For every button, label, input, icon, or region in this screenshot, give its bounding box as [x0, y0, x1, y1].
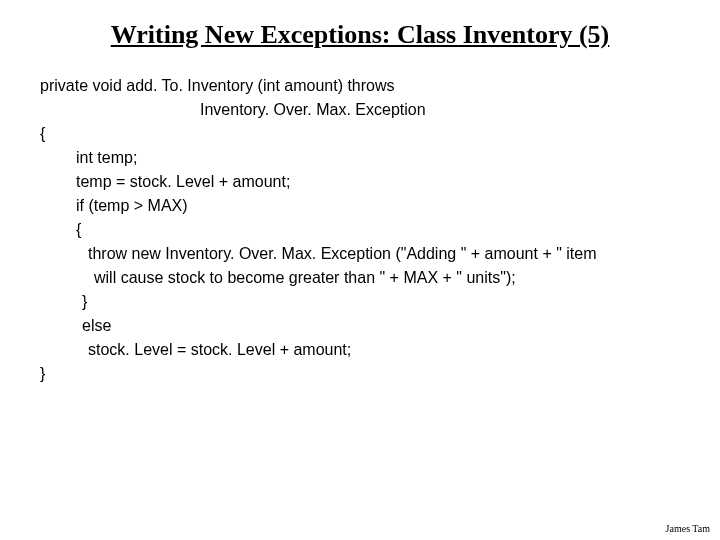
- code-line: temp = stock. Level + amount;: [76, 170, 680, 194]
- slide-title: Writing New Exceptions: Class Inventory …: [40, 20, 680, 50]
- code-line: if (temp > MAX): [76, 194, 680, 218]
- code-line: Inventory. Over. Max. Exception: [200, 98, 680, 122]
- code-line: will cause stock to become greater than …: [94, 266, 680, 290]
- code-line: int temp;: [76, 146, 680, 170]
- code-line: }: [82, 290, 680, 314]
- footer-author: James Tam: [666, 523, 710, 534]
- code-line: stock. Level = stock. Level + amount;: [88, 338, 680, 362]
- code-line: throw new Inventory. Over. Max. Exceptio…: [88, 242, 680, 266]
- code-line: }: [40, 362, 680, 386]
- code-line: private void add. To. Inventory (int amo…: [40, 74, 680, 98]
- code-line: else: [82, 314, 680, 338]
- slide: Writing New Exceptions: Class Inventory …: [0, 0, 720, 540]
- code-line: {: [76, 218, 680, 242]
- code-block: private void add. To. Inventory (int amo…: [40, 74, 680, 386]
- code-line: {: [40, 122, 680, 146]
